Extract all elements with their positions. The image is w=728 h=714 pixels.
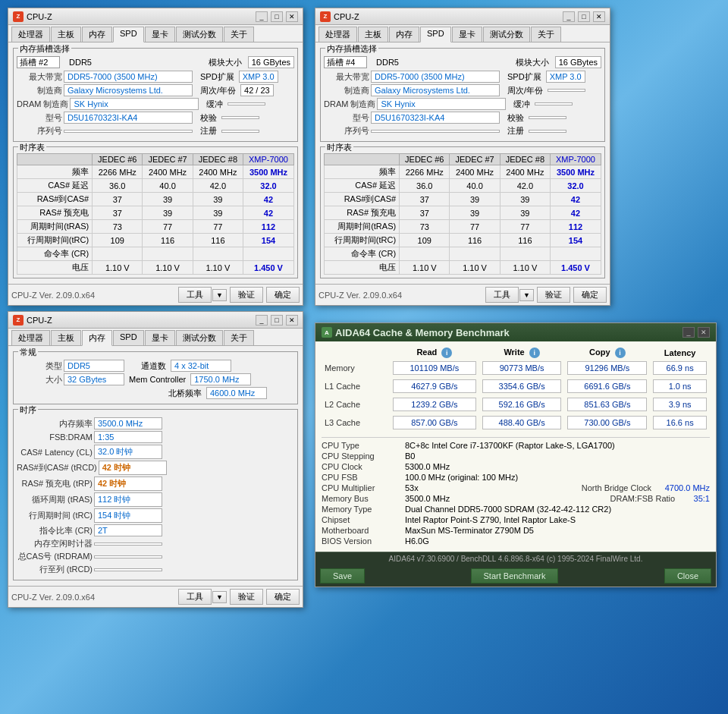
cpuz3-close[interactable]: ✕ [286,315,298,326]
cpuz2-maker-label: 制造商 [324,85,369,96]
cpuz2-note-val [529,130,566,133]
cpuz1-minimize[interactable]: _ [256,11,268,22]
cpuz3-tab-about[interactable]: 关于 [224,330,254,345]
aida-bench-row-3-latency: 16.6 ns [653,416,707,429]
cpuz3-mc-label: Mem Controller [129,375,186,384]
cpuz3-tab-spd[interactable]: SPD [113,330,144,345]
cpuz1-tab-mem[interactable]: 内存 [82,27,112,42]
cpuz2-tab-mem[interactable]: 内存 [389,27,419,42]
aida-copy-info-icon[interactable]: i [615,348,626,358]
cpuz3-rcd-label: RAS#到CAS# (tRCD) [17,462,97,473]
cpuz3-maximize[interactable]: □ [271,315,283,326]
aida-info-row-4-extra-value: 4700.0 MHz [665,483,710,492]
cpuz1-tab-bench[interactable]: 测试分数 [176,27,223,42]
cpuz1-tab-about[interactable]: 关于 [224,27,254,42]
cpuz3-tab-board[interactable]: 主板 [51,330,81,345]
cpuz2-model-val: D5U1670323I-KA4 [371,112,500,124]
cpuz3-tool-btn[interactable]: 工具 [178,589,212,605]
cpuz3-rp-val: 42 时钟 [94,477,162,491]
cpuz2-tab-spd[interactable]: SPD [420,27,451,42]
aida-bench-row-3-write: 488.40 GB/s [482,416,562,429]
cpuz3-tab-cpu[interactable]: 处理器 [11,330,50,345]
aida-write-info-icon[interactable]: i [529,348,540,358]
aida-info-row-4-label: CPU Multiplier [322,483,405,492]
cpuz2-tab-board[interactable]: 主板 [358,27,388,42]
aida-bench-row-1-latency: 1.0 ns [653,379,707,393]
cpuz2-close[interactable]: ✕ [593,11,605,22]
aida-save-btn[interactable]: Save [320,568,365,583]
cpuz3-minimize[interactable]: _ [256,315,268,326]
cpuz2-weeks-label: 周次/年份 [507,85,543,96]
cpuz3-trc-val: 154 时钟 [94,508,162,523]
cpuz3-freq-label: 内存频率 [17,418,93,429]
cpuz2-note-label: 注册 [507,125,524,137]
cpuz1-tab-cpu[interactable]: 处理器 [11,27,50,42]
cpuz1-timing-row-0-col-1: 2400 MHz [143,165,193,179]
cpuz2-tab-bench[interactable]: 测试分数 [483,27,530,42]
cpuz2-titlebar: Z CPU-Z _ □ ✕ [315,8,610,25]
cpuz3-tab-mem[interactable]: 内存 [82,330,112,346]
cpuz1-th-jedec7: JEDEC #7 [143,154,193,165]
aida-read-info-icon[interactable]: i [441,348,452,358]
cpuz2-timing-row-5-col-3: 154 [550,234,601,247]
cpuz2-th-xmp: XMP-7000 [550,154,601,165]
aida-start-btn[interactable]: Start Benchmark [471,568,559,583]
cpuz1-tab-board[interactable]: 主板 [51,27,81,42]
aida-titlebar: A AIDA64 Cache & Memory Benchmark _ ✕ [315,323,716,341]
cpuz2-timing-row-3-label: RAS# 预充电 [325,206,400,220]
cpuz2-verify-btn[interactable]: 验证 [537,287,570,303]
cpuz1-model-label: 型号 [17,112,62,124]
cpuz1-slot-select[interactable]: 插槽 #2 [17,56,60,68]
cpuz1-tab-gpu[interactable]: 显卡 [145,27,175,42]
cpuz2-tab-gpu[interactable]: 显卡 [452,27,482,42]
cpuz2-ok-btn[interactable]: 确定 [573,287,607,303]
cpuz1-timing-row-6-col-3 [243,247,293,261]
aida-close[interactable]: ✕ [698,327,710,338]
cpuz2-tab-about[interactable]: 关于 [531,27,561,42]
cpuz2-maximize[interactable]: □ [578,11,590,22]
cpuz2-timing-row-6-col-2 [500,247,550,261]
cpuz1-icon: Z [13,11,24,22]
cpuz3-ok-btn[interactable]: 确定 [266,589,300,605]
cpuz1-maximize[interactable]: □ [271,11,283,22]
cpuz3-tool-arrow[interactable]: ▼ [212,591,227,603]
cpuz3-verify-btn[interactable]: 验证 [230,589,263,605]
aida-info-row-3-value: 100.0 MHz (original: 100 MHz) [405,473,518,482]
aida-close-btn[interactable]: Close [664,568,711,583]
aida-minimize[interactable]: _ [682,327,695,338]
cpuz2-ddr-label: DDR5 [376,58,399,67]
cpuz1-tab-spd[interactable]: SPD [113,27,144,42]
cpuz2-tool-btn[interactable]: 工具 [485,287,519,303]
cpuz1-timing-row-3-col-2: 39 [193,206,243,220]
cpuz1-titlebar: Z CPU-Z _ □ ✕ [8,8,303,25]
aida-bench-row-3-label: L3 Cache [322,414,390,431]
aida-bench-row-0-write: 90773 MB/s [482,361,562,375]
cpuz2-minimize[interactable]: _ [563,11,575,22]
cpuz1-verify-btn[interactable]: 验证 [230,287,263,303]
cpuz1-ok-btn[interactable]: 确定 [266,287,300,303]
cpuz1-timing-row-5-col-0: 109 [93,234,143,247]
aida-status-text: AIDA64 v7.30.6900 / BenchDLL 4.6.896.8-x… [320,555,711,563]
cpuz1-timing-row-1-col-1: 40.0 [143,179,193,193]
cpuz2-timing-row-3-col-2: 39 [500,206,550,220]
cpuz2-tab-cpu[interactable]: 处理器 [318,27,357,42]
cpuz2-timing-row-2-label: RAS#到CAS# [325,193,400,206]
cpuz3-cas-val: 32.0 时钟 [94,445,162,459]
cpuz1-close[interactable]: ✕ [286,11,298,22]
cpuz3-tab-gpu[interactable]: 显卡 [145,330,175,345]
cpuz3-tab-bench[interactable]: 测试分数 [176,330,223,345]
cpuz1-ddr-label: DDR5 [69,58,92,67]
aida-info-row-0-label: CPU Type [322,441,405,450]
cpuz1-timing-row-7-label: 电压 [17,261,93,275]
cpuz2-timing-row-7-col-0: 1.10 V [400,261,450,275]
aida-bench-row-1-write: 3354.6 GB/s [482,379,562,393]
cpuz3-cas-label: CAS# Latency (CL) [17,448,93,457]
cpuz3-bottom: CPU-Z Ver. 2.09.0.x64 工具 ▼ 验证 确定 [8,586,303,607]
cpuz2-slot-select[interactable]: 插槽 #4 [324,56,367,68]
cpuz2-tool-arrow[interactable]: ▼ [519,289,534,301]
cpuz1-tool-btn[interactable]: 工具 [178,287,212,303]
cpuz1-maker-label: 制造商 [17,85,62,96]
cpuz1-tool-arrow[interactable]: ▼ [212,289,227,301]
aida-bench-row-1-copy: 6691.6 GB/s [567,379,647,393]
cpuz3-fsb-label: FSB:DRAM [17,432,93,442]
